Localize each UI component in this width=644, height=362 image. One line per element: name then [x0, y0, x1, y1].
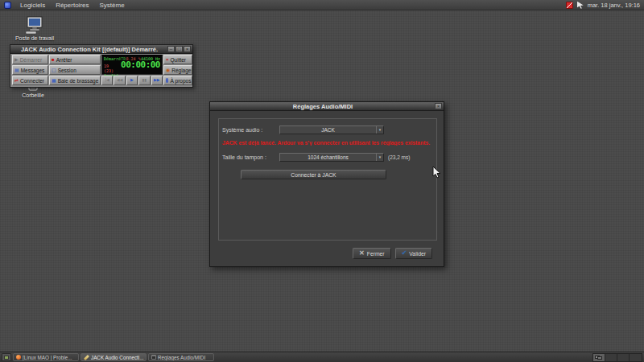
messages-icon: ▤	[14, 68, 19, 72]
dialog-title: Réglages Audio/MIDI	[212, 103, 434, 110]
tray-pointer-icon[interactable]	[577, 2, 584, 9]
status-display[interactable]: Démarré TR 8.24 % 44100 Hz 19 (23) 00:00…	[101, 55, 163, 75]
task-label: Réglages Audio/MIDI	[158, 355, 205, 360]
stop-icon: ■	[52, 57, 55, 62]
top-panel: Logiciels Répertoires Système mar. 18 ja…	[0, 0, 644, 10]
skip-back-icon[interactable]: |◀	[101, 76, 113, 85]
desktop-icon-label: Corbeille	[22, 93, 44, 98]
menu-logiciels[interactable]: Logiciels	[19, 0, 47, 10]
quit-label: Quitter	[171, 57, 187, 63]
stop-button[interactable]: ■ Arrêter	[49, 55, 101, 64]
dialog-titlebar[interactable]: Réglages Audio/MIDI ×	[210, 102, 444, 111]
audio-system-value: JACK	[280, 127, 376, 133]
task-browser[interactable]: [Linux MAO | Proble...	[13, 353, 79, 361]
browser-icon	[16, 355, 21, 360]
buffer-size-select[interactable]: 1024 échantillons ▾	[279, 153, 384, 162]
quit-icon: ×	[166, 57, 169, 62]
pencil-icon	[84, 354, 89, 360]
workspace-4[interactable]	[630, 354, 642, 361]
elapsed-time: 00:00:00	[121, 61, 160, 69]
close-label: Fermer	[367, 251, 385, 257]
qjackctl-window: JACK Audio Connection Kit [(default)] Dé…	[10, 44, 193, 88]
about-label: À propos...	[170, 78, 192, 84]
minimize-icon[interactable]: –	[167, 46, 175, 52]
connect-button[interactable]: ⇄ Connecter	[12, 76, 48, 85]
computer-icon	[24, 16, 45, 35]
maximize-icon[interactable]: □	[175, 46, 183, 52]
qjackctl-body: ▶ Démarrer ■ Arrêter ▤ Messages ▢ Sessio…	[10, 54, 192, 87]
panel-tray: mar. 18 janv., 19:16	[566, 2, 640, 9]
workspace-1[interactable]	[593, 354, 605, 361]
forward-icon[interactable]: ▶▶	[151, 76, 163, 85]
start-label: Démarrer	[20, 57, 42, 63]
patchbay-label: Baie de brassage	[58, 78, 99, 84]
settings-button[interactable]: ◉ Réglages...	[163, 65, 192, 75]
show-desktop-button[interactable]	[2, 353, 11, 361]
dialog-actions: ✕ Fermer ✔ Valider	[353, 248, 432, 259]
buffer-size-label: Taille du tampon :	[222, 154, 266, 160]
messages-label: Messages	[21, 68, 45, 73]
latency-value: (23,2 ms)	[388, 154, 410, 160]
desktop-icon-computer[interactable]: Poste de travail	[10, 16, 60, 41]
messages-button[interactable]: ▤ Messages	[12, 65, 48, 75]
menu-systeme[interactable]: Système	[98, 0, 126, 10]
desktop: Logiciels Répertoires Système mar. 18 ja…	[0, 0, 644, 362]
info-icon: i	[166, 78, 168, 83]
task-qjackctl[interactable]: JACK Audio Connecti...	[80, 353, 147, 361]
close-button[interactable]: ✕ Fermer	[353, 248, 391, 259]
workspace-2[interactable]	[605, 354, 617, 361]
settings-frame: Système audio : JACK ▾ JACK est déjà lan…	[218, 118, 437, 241]
transport-controls: |◀ ◀◀ ▶ ▮▮ ▶▶	[101, 76, 163, 85]
applications-menu-icon[interactable]	[4, 2, 11, 9]
task-settings-dialog[interactable]: Réglages Audio/MIDI	[148, 353, 214, 361]
connect-to-jack-button[interactable]: Connecter à JACK	[241, 170, 386, 179]
settings-icon: ◉	[166, 68, 170, 72]
session-button[interactable]: ▢ Session	[49, 65, 101, 75]
audio-midi-settings-dialog: Réglages Audio/MIDI × Système audio : JA…	[209, 101, 444, 267]
connect-icon: ⇄	[14, 78, 19, 83]
x-icon: ✕	[359, 250, 365, 257]
workspace-3[interactable]	[617, 354, 630, 361]
task-label: JACK Audio Connecti...	[91, 355, 143, 360]
start-button[interactable]: ▶ Démarrer	[12, 55, 48, 64]
audio-system-select[interactable]: JACK ▾	[279, 125, 384, 134]
settings-label: Réglages...	[171, 68, 192, 73]
close-icon[interactable]: ×	[435, 103, 442, 109]
play-icon[interactable]: ▶	[126, 76, 138, 85]
stop-label: Arrêter	[56, 57, 72, 63]
pause-icon[interactable]: ▮▮	[138, 76, 150, 85]
chevron-down-icon: ▾	[376, 126, 383, 134]
connect-label: Connecter	[20, 78, 44, 84]
apply-label: Valider	[409, 251, 426, 257]
rewind-icon[interactable]: ◀◀	[114, 76, 125, 85]
jack-running-warning: JACK est déjà lancé. Ardour va s'y conne…	[222, 140, 431, 146]
mouse-cursor	[432, 166, 441, 179]
connect-to-jack-label: Connecter à JACK	[291, 172, 336, 178]
workspace-switcher	[592, 353, 642, 362]
window-icon	[151, 355, 156, 360]
audio-system-label: Système audio :	[222, 127, 262, 133]
clock[interactable]: mar. 18 janv., 19:16	[588, 2, 640, 9]
quit-button[interactable]: × Quitter	[163, 55, 192, 64]
patchbay-icon: ▦	[52, 78, 56, 83]
close-icon[interactable]: ×	[184, 46, 191, 52]
chevron-down-icon: ▾	[376, 154, 383, 161]
desktop-icon-label: Poste de travail	[15, 35, 54, 41]
session-icon: ▢	[52, 68, 56, 72]
buffer-size-value: 1024 échantillons	[280, 154, 376, 160]
taskbar: [Linux MAO | Proble... JACK Audio Connec…	[0, 352, 644, 362]
show-desktop-icon	[4, 356, 9, 360]
patchbay-button[interactable]: ▦ Baie de brassage	[49, 76, 101, 85]
task-label: [Linux MAO | Proble...	[23, 355, 72, 360]
about-button[interactable]: i À propos...	[163, 76, 192, 85]
qjackctl-title: JACK Audio Connection Kit [(default)] Dé…	[12, 46, 167, 53]
play-icon: ▶	[14, 57, 19, 62]
xrun-count: 19 (23)	[104, 64, 121, 73]
ok-icon: ✔	[402, 250, 407, 257]
update-alert-icon[interactable]	[566, 2, 573, 9]
menu-repertoires[interactable]: Répertoires	[54, 0, 90, 10]
session-label: Session	[58, 68, 76, 73]
apply-button[interactable]: ✔ Valider	[395, 248, 432, 259]
qjackctl-titlebar[interactable]: JACK Audio Connection Kit [(default)] Dé…	[10, 45, 192, 54]
